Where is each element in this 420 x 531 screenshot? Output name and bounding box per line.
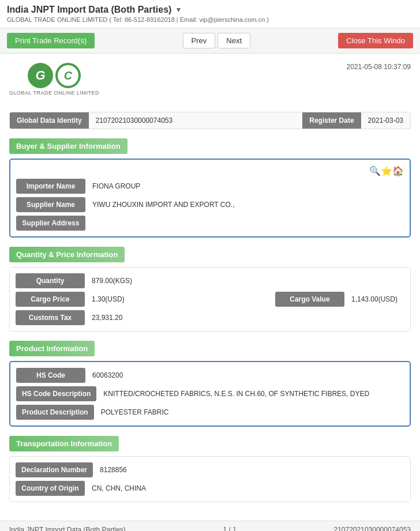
importer-value: FIONA GROUP: [85, 179, 404, 194]
transportation-header: Transportation Information: [9, 436, 119, 451]
cargo-price-value: 1.30(USD): [85, 292, 132, 307]
product-desc-row: Product Description POLYESTER FABRIC: [16, 405, 404, 420]
logo-area: G C GLOBAL TRADE ONLINE LIMITED: [9, 63, 99, 96]
document-timestamp: 2021-05-08 10:37:09: [347, 63, 411, 71]
supplier-label: Supplier Name: [16, 197, 85, 212]
register-date-value: 2021-03-03: [361, 112, 410, 129]
hs-code-label: HS Code: [16, 368, 85, 383]
logo: G C: [28, 63, 81, 88]
country-origin-label: Country of Origin: [16, 481, 85, 496]
buyer-supplier-section: Buyer & Supplier Information 🔍 ⭐ 🏠 Impor…: [9, 138, 411, 238]
hs-code-value: 60063200: [85, 368, 404, 383]
supplier-address-row: Supplier Address: [16, 216, 404, 231]
page-title: India JNPT Import Data (Both Parties): [7, 5, 171, 15]
identity-row: Global Data Identity 2107202103000007405…: [9, 112, 411, 129]
footer-right: 21072021030000074053: [334, 526, 411, 531]
next-button[interactable]: Next: [217, 33, 250, 48]
cargo-price-row: Cargo Price 1.30(USD) Cargo Value 1,143.…: [16, 292, 404, 307]
hs-code-desc-value: KNITTED/CROCHETED FABRICS, N.E.S. IN CH.…: [96, 386, 404, 401]
buyer-supplier-header: Buyer & Supplier Information: [9, 138, 127, 154]
quantity-price-section: Quantity & Price Information Quantity 87…: [9, 247, 411, 332]
hs-code-desc-label: HS Code Description: [16, 386, 96, 401]
declaration-label: Declaration Number: [16, 462, 93, 477]
importer-label: Importer Name: [16, 179, 85, 194]
top-bar: India JNPT Import Data (Both Parties) ▼ …: [0, 0, 420, 28]
cargo-price-left: Cargo Price 1.30(USD): [16, 292, 268, 307]
transportation-section: Transportation Information Declaration N…: [9, 436, 411, 502]
global-data-value: 21072021030000074053: [89, 112, 257, 129]
cargo-value-label: Cargo Value: [275, 292, 344, 307]
quantity-value: 879.00(KGS): [85, 273, 404, 288]
logo-company-name: GLOBAL TRADE ONLINE LIMITED: [9, 90, 99, 96]
country-origin-value: CN, CHN, CHINA: [85, 481, 404, 496]
logo-right-circle: C: [55, 63, 81, 88]
logo-left-circle: G: [28, 63, 53, 88]
company-info: GLOBAL TRADE ONLINE LIMITED ( Tel: 86-51…: [7, 16, 413, 23]
quantity-label: Quantity: [16, 273, 85, 288]
declaration-value: 8128856: [93, 462, 404, 477]
quantity-price-body: Quantity 879.00(KGS) Cargo Price 1.30(US…: [9, 267, 411, 332]
main-content: G C GLOBAL TRADE ONLINE LIMITED 2021-05-…: [0, 54, 420, 521]
prev-button[interactable]: Prev: [183, 33, 216, 48]
search-icon[interactable]: 🔍: [369, 165, 381, 176]
supplier-row: Supplier Name YIWU ZHOUXIN IMPORT AND EX…: [16, 197, 404, 212]
home-icon[interactable]: 🏠: [392, 165, 404, 176]
page-title-area: India JNPT Import Data (Both Parties) ▼: [7, 5, 413, 15]
transportation-body: Declaration Number 8128856 Country of Or…: [9, 456, 411, 502]
action-icons: 🔍 ⭐ 🏠: [16, 165, 404, 176]
supplier-value: YIWU ZHOUXIN IMPORT AND EXPORT CO.,: [85, 197, 404, 212]
cargo-price-label: Cargo Price: [16, 292, 85, 307]
footer-bar: India JNPT Import Data (Both Parties) 1 …: [0, 521, 420, 531]
close-button[interactable]: Close This Windo: [338, 33, 413, 48]
importer-row: Importer Name FIONA GROUP: [16, 179, 404, 194]
product-header: Product Information: [9, 341, 95, 356]
hs-code-desc-row: HS Code Description KNITTED/CROCHETED FA…: [16, 386, 404, 401]
supplier-address-value: [85, 220, 404, 227]
product-desc-value: POLYESTER FABRIC: [94, 405, 404, 420]
footer-center: 1 / 1: [223, 526, 237, 531]
quantity-row: Quantity 879.00(KGS): [16, 273, 404, 288]
global-data-label: Global Data Identity: [10, 112, 89, 129]
country-origin-row: Country of Origin CN, CHN, CHINA: [16, 481, 404, 496]
customs-tax-label: Customs Tax: [16, 310, 85, 325]
nav-buttons: Prev Next: [183, 33, 250, 48]
declaration-row: Declaration Number 8128856: [16, 462, 404, 477]
supplier-address-label: Supplier Address: [16, 216, 85, 231]
quantity-price-header: Quantity & Price Information: [9, 247, 125, 262]
footer-left: India JNPT Import Data (Both Parties): [9, 526, 126, 531]
customs-tax-row: Customs Tax 23,931.20: [16, 310, 404, 325]
toolbar: Print Trade Record(s) Prev Next Close Th…: [0, 28, 420, 54]
product-body: HS Code 60063200 HS Code Description KNI…: [9, 361, 411, 427]
register-date-label: Register Date: [302, 112, 361, 129]
print-button[interactable]: Print Trade Record(s): [7, 33, 95, 48]
buyer-supplier-body: 🔍 ⭐ 🏠 Importer Name FIONA GROUP Supplier…: [9, 159, 411, 238]
product-desc-label: Product Description: [16, 405, 94, 420]
product-section: Product Information HS Code 60063200 HS …: [9, 341, 411, 427]
doc-header: G C GLOBAL TRADE ONLINE LIMITED 2021-05-…: [9, 63, 411, 103]
star-icon[interactable]: ⭐: [381, 165, 392, 176]
customs-tax-value: 23,931.20: [85, 310, 404, 325]
hs-code-row: HS Code 60063200: [16, 368, 404, 383]
cargo-value-right: Cargo Value 1,143.00(USD): [275, 292, 404, 307]
title-dropdown-arrow[interactable]: ▼: [175, 6, 182, 14]
cargo-value-value: 1,143.00(USD): [344, 292, 404, 307]
